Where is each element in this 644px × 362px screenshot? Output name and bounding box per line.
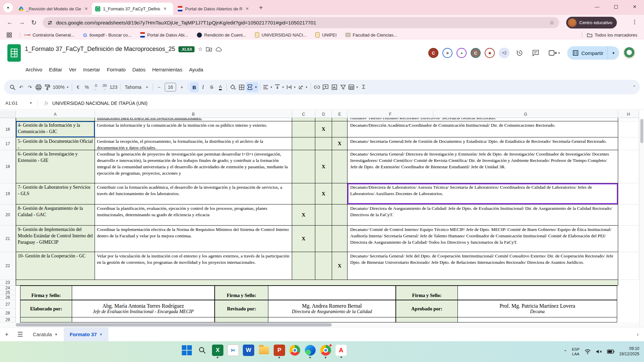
cell-b18[interactable]: Coordinar la generación de proyectos de … xyxy=(95,150,292,183)
apps-grid-icon[interactable] xyxy=(7,33,12,38)
text-color-button[interactable]: A xyxy=(216,82,225,92)
menu-herramientas[interactable]: Herramientas xyxy=(149,65,186,74)
column-header-a[interactable]: A xyxy=(16,111,95,118)
taskbar-clock[interactable]: 09:1019/12/2025 xyxy=(619,346,639,357)
taskbar-search-button[interactable] xyxy=(197,345,208,356)
decrease-decimals-button[interactable]: .0← xyxy=(91,82,100,92)
row-header[interactable]: 27 xyxy=(0,300,15,309)
italic-button[interactable]: I xyxy=(199,82,207,92)
close-icon[interactable]: ✕ xyxy=(85,6,88,11)
signature-box[interactable] xyxy=(458,286,617,300)
cell-c21[interactable]: X xyxy=(292,226,315,252)
bookmark-item[interactable]: CGRContraloría General... xyxy=(25,32,74,38)
firma-sello-label[interactable]: Firma y Sello: xyxy=(215,286,268,300)
signature-box[interactable] xyxy=(72,286,215,300)
table-view-icon[interactable]: ▼ xyxy=(347,82,360,92)
cell-f20[interactable]: Decanato/ Directora de Aseguramiento de … xyxy=(347,204,618,226)
browser-tab-portal[interactable]: Portal de Datos Abiertos de Re ✕ xyxy=(174,3,254,15)
menu-datos[interactable]: Datos xyxy=(129,65,149,74)
row-header[interactable]: 29 xyxy=(0,317,15,322)
bookmark-item[interactable]: UNIPEI xyxy=(315,32,336,38)
insert-comment-icon[interactable] xyxy=(321,82,330,92)
forward-icon[interactable]: → xyxy=(17,17,27,27)
cell[interactable] xyxy=(16,118,95,121)
cell-e16[interactable] xyxy=(332,121,347,137)
clipped-cell[interactable] xyxy=(458,317,617,322)
collaborator-avatar[interactable]: C xyxy=(471,48,481,58)
cell-h21[interactable] xyxy=(618,226,639,252)
menu-formato[interactable]: Formato xyxy=(104,65,129,74)
cell-b20[interactable]: Coordinar la planificación, evaluación, … xyxy=(95,204,292,226)
empty-green-row[interactable] xyxy=(16,280,618,286)
bold-button[interactable]: B xyxy=(190,82,199,92)
close-icon[interactable]: ✕ xyxy=(246,6,249,11)
cell-f17[interactable]: Decanato/ Secretaria General/Jefe de Ges… xyxy=(347,137,618,150)
merge-cells-button[interactable]: ▼ xyxy=(246,82,258,92)
paint-format-icon[interactable] xyxy=(43,82,52,92)
firma-sello-label[interactable]: Firma y Sello: xyxy=(396,286,458,300)
more-collaborators-badge[interactable]: +2 xyxy=(499,48,509,58)
vertical-align-button[interactable]: ▼ xyxy=(274,82,285,92)
cell-h22[interactable] xyxy=(618,252,639,280)
clipped-label-cell[interactable] xyxy=(396,317,458,322)
add-sheet-button[interactable]: + xyxy=(0,331,13,338)
snipping-tool-icon[interactable]: ✂ xyxy=(227,345,239,356)
row-header[interactable]: 21 xyxy=(0,226,15,252)
row-header[interactable]: 22 xyxy=(0,252,15,280)
column-header-f[interactable]: F xyxy=(347,111,433,118)
revisado-label[interactable]: Revisado por: xyxy=(215,300,268,317)
cell-e22[interactable]: X xyxy=(332,252,347,280)
window-minimize-button[interactable]: — xyxy=(588,0,606,13)
row-header[interactable]: 26 xyxy=(0,295,15,300)
all-sheets-icon[interactable]: ☰ xyxy=(13,330,27,338)
cloud-status-icon[interactable] xyxy=(215,47,222,52)
bookmark-item[interactable]: Facultad de Ciencias... xyxy=(345,33,397,38)
percent-format-button[interactable]: % xyxy=(83,82,91,92)
elaborado-label[interactable]: Elaborado por: xyxy=(20,300,72,317)
increase-decimals-button[interactable]: .00→ xyxy=(100,82,109,92)
cell-c20[interactable]: X xyxy=(292,204,315,226)
row-header[interactable]: 18 xyxy=(0,150,15,183)
battery-icon[interactable] xyxy=(607,350,614,354)
bookmark-item[interactable]: Gilovepdf - Buscar co... xyxy=(83,32,131,38)
revisado-value[interactable]: Mg. Andrea Romero Bernal Directora de As… xyxy=(268,300,396,317)
cell[interactable] xyxy=(315,118,332,121)
cell-a18[interactable]: 6- Gestión de la Investigación y Extensi… xyxy=(16,150,95,183)
clipped-cell[interactable] xyxy=(268,317,396,322)
increase-font-size-button[interactable]: + xyxy=(177,82,186,92)
chrome-profile-icon[interactable] xyxy=(320,345,331,356)
share-button[interactable]: Compartir ▼ xyxy=(567,46,619,60)
column-header-h[interactable]: H xyxy=(618,111,639,118)
row-header[interactable]: 24 xyxy=(0,286,15,290)
cell-d21[interactable] xyxy=(315,226,332,252)
cell-c18[interactable] xyxy=(292,150,315,183)
menu-ver[interactable]: Ver xyxy=(65,65,80,74)
currency-format-button[interactable]: € xyxy=(74,82,83,92)
collaborator-avatar[interactable]: ◉ xyxy=(485,48,495,58)
elaborado-value[interactable]: Abg. María Antonia Torres Rodríguez Jefe… xyxy=(72,300,215,317)
cell-d20[interactable] xyxy=(315,204,332,226)
bookmark-item[interactable]: Portal de Datos Abi... xyxy=(140,32,188,38)
column-header-b[interactable]: B xyxy=(95,111,292,118)
search-menus-icon[interactable] xyxy=(8,82,17,92)
cell-f18[interactable]: Decanato/ Secretaria General/ Directora … xyxy=(347,150,618,183)
cell-h16[interactable] xyxy=(618,121,639,137)
cell-e18[interactable] xyxy=(332,150,347,183)
browser-menu-icon[interactable]: ⋮ xyxy=(632,19,637,25)
bookmark-item[interactable]: UNIVERSIDAD NACI... xyxy=(255,32,307,38)
cell-d17[interactable] xyxy=(315,137,332,150)
share-options-caret[interactable]: ▼ xyxy=(607,46,619,60)
font-select[interactable]: Tahoma▼ xyxy=(122,82,151,92)
back-icon[interactable]: ← xyxy=(5,17,15,27)
cell-e19[interactable] xyxy=(332,183,347,204)
aprobado-label[interactable]: Aprobado por: xyxy=(396,300,458,317)
cell-c19[interactable] xyxy=(292,183,315,204)
file-explorer-icon[interactable] xyxy=(258,345,270,356)
move-folder-icon[interactable] xyxy=(206,47,212,52)
cell-a17[interactable]: 5- Gestión de la Documentación Oficial - xyxy=(16,137,95,150)
cell-b16[interactable]: Gestionar la información y la comunicaci… xyxy=(95,121,292,137)
column-header-c[interactable]: C xyxy=(292,111,315,118)
cell-b21[interactable]: Coordinar la implementación efectiva de … xyxy=(95,226,292,252)
star-icon[interactable]: ☆ xyxy=(198,46,203,52)
cell-c22[interactable] xyxy=(292,252,315,280)
